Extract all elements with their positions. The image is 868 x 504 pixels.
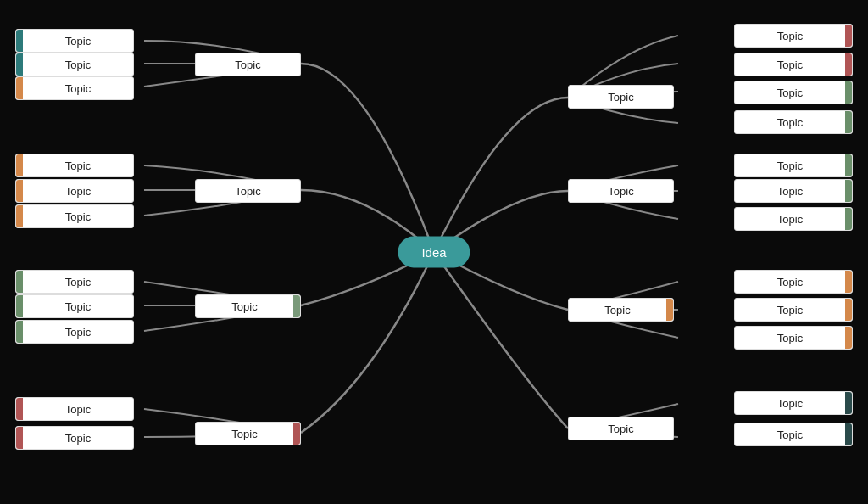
right-t1-l4[interactable]: Topic	[734, 110, 853, 134]
right-mid-mid-label: Topic	[569, 180, 673, 202]
right-m1-l2[interactable]: Topic	[734, 179, 853, 203]
left-lo1-l1[interactable]: Topic	[15, 270, 134, 294]
left-lo1-l3[interactable]: Topic	[15, 320, 134, 344]
left-m1-l3[interactable]: Topic	[15, 204, 134, 228]
left-t1-l2[interactable]: Topic	[15, 53, 134, 76]
right-t1-l1[interactable]: Topic	[734, 24, 853, 48]
right-bottom-mid-label: Topic	[569, 417, 673, 440]
right-lo1-l2[interactable]: Topic	[734, 298, 853, 322]
left-t1-l1[interactable]: Topic	[15, 29, 134, 53]
right-m1-l1[interactable]: Topic	[734, 154, 853, 177]
right-bo1-l1[interactable]: Topic	[734, 391, 853, 415]
left-t1-l3[interactable]: Topic	[15, 76, 134, 100]
center-label: Idea	[421, 245, 446, 260]
right-bo1-l2[interactable]: Topic	[734, 423, 853, 446]
left-lower-mid-label: Topic	[196, 295, 293, 317]
left-top-mid-label: Topic	[196, 53, 300, 76]
right-bottom-mid[interactable]: Topic	[568, 417, 674, 440]
right-top-mid-label: Topic	[569, 86, 673, 108]
left-mid-mid-label: Topic	[196, 180, 300, 202]
left-bottom-mid[interactable]: Topic	[195, 422, 301, 445]
right-m1-l3[interactable]: Topic	[734, 207, 853, 231]
right-lo1-l3[interactable]: Topic	[734, 326, 853, 350]
left-bottom-mid-label: Topic	[196, 423, 293, 445]
right-top-mid[interactable]: Topic	[568, 85, 674, 109]
left-lower-mid[interactable]: Topic	[195, 294, 301, 318]
left-lo1-l2[interactable]: Topic	[15, 294, 134, 318]
left-bo1-l2[interactable]: Topic	[15, 426, 134, 450]
right-lower-mid-label: Topic	[569, 299, 666, 321]
left-bo1-l1[interactable]: Topic	[15, 397, 134, 421]
right-mid-mid[interactable]: Topic	[568, 179, 674, 203]
right-lower-mid[interactable]: Topic	[568, 298, 674, 322]
left-m1-l2[interactable]: Topic	[15, 179, 134, 203]
left-m1-l1[interactable]: Topic	[15, 154, 134, 177]
right-lo1-l1[interactable]: Topic	[734, 270, 853, 294]
left-top-mid[interactable]: Topic	[195, 53, 301, 76]
right-t1-l3[interactable]: Topic	[734, 81, 853, 104]
right-t1-l2[interactable]: Topic	[734, 53, 853, 76]
center-node[interactable]: Idea	[398, 237, 470, 268]
left-mid-mid[interactable]: Topic	[195, 179, 301, 203]
